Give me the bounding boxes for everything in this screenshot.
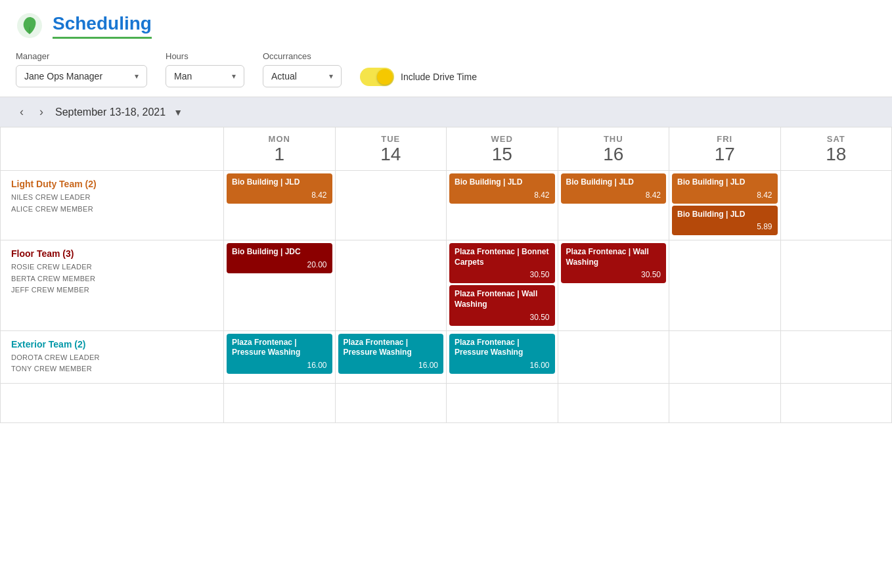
event-title: Plaza Frontenac | Pressure Washing xyxy=(455,338,550,358)
day-name-fri: FRI xyxy=(669,134,780,144)
floor-fri xyxy=(669,240,781,330)
calendar-header-tue: TUE 14 xyxy=(336,127,447,171)
empty-fri xyxy=(669,384,781,423)
day-name-mon: MON xyxy=(224,134,335,144)
hours-filter: Hours Man ▾ xyxy=(166,51,244,87)
light-duty-fri: Bio Building | JLD 8.42 Bio Building | J… xyxy=(669,171,781,240)
manager-value: Jane Ops Manager xyxy=(24,71,102,81)
event-card[interactable]: Plaza Frontenac | Wall Washing 30.50 xyxy=(561,243,667,283)
team-exterior: Exterior Team (2) DOROTA CREW LEADER TON… xyxy=(1,331,224,384)
date-range-chevron-icon[interactable]: ▼ xyxy=(173,107,183,118)
event-hours: 20.00 xyxy=(232,260,327,269)
occurrances-select[interactable]: Actual ▾ xyxy=(263,65,342,87)
manager-filter: Manager Jane Ops Manager ▾ xyxy=(16,51,147,87)
event-title: Bio Building | JDC xyxy=(232,247,327,258)
team-light-duty-name: Light Duty Team (2) xyxy=(11,179,213,189)
empty-team-cell xyxy=(1,384,224,423)
event-title: Plaza Frontenac | Bonnet Carpets xyxy=(455,247,550,267)
event-card[interactable]: Bio Building | JLD 8.42 xyxy=(561,173,667,204)
event-card[interactable]: Bio Building | JLD 5.89 xyxy=(672,206,778,236)
team-floor-member-2: BERTA CREW MEMBER xyxy=(11,273,213,285)
page-title: Scheduling xyxy=(53,13,152,39)
team-light-duty: Light Duty Team (2) NILES CREW LEADER AL… xyxy=(1,171,224,240)
team-floor-member-3: JEFF CREW MEMBER xyxy=(11,284,213,296)
team-floor-name: Floor Team (3) xyxy=(11,248,213,259)
event-title: Plaza Frontenac | Pressure Washing xyxy=(232,338,327,358)
occurrances-value: Actual xyxy=(271,71,297,81)
team-floor-member-1: ROSIE CREW LEADER xyxy=(11,261,213,273)
event-hours: 5.89 xyxy=(677,222,772,231)
event-hours: 16.00 xyxy=(232,361,327,370)
team-exterior-name: Exterior Team (2) xyxy=(11,339,213,350)
event-card[interactable]: Plaza Frontenac | Pressure Washing 16.00 xyxy=(227,334,332,374)
date-range-label: September 13-18, 2021 xyxy=(55,106,166,118)
event-title: Bio Building | JLD xyxy=(232,177,327,188)
event-title: Plaza Frontenac | Pressure Washing xyxy=(344,338,439,358)
floor-tue xyxy=(336,240,447,330)
light-duty-tue xyxy=(336,171,447,240)
event-hours: 8.42 xyxy=(677,191,772,200)
hours-select[interactable]: Man ▾ xyxy=(166,65,244,87)
floor-thu: Plaza Frontenac | Wall Washing 30.50 xyxy=(558,240,670,330)
event-hours: 16.00 xyxy=(455,361,550,370)
exterior-tue: Plaza Frontenac | Pressure Washing 16.00 xyxy=(336,331,447,384)
team-light-duty-member-2: ALICE CREW MEMBER xyxy=(11,204,213,215)
day-name-wed: WED xyxy=(447,134,558,144)
event-title: Bio Building | JLD xyxy=(566,177,661,188)
event-hours: 8.42 xyxy=(455,191,550,200)
occurrances-filter: Occurrances Actual ▾ xyxy=(263,51,342,87)
empty-tue xyxy=(336,384,447,423)
app-logo xyxy=(16,12,43,39)
team-exterior-member-1: DOROTA CREW LEADER xyxy=(11,352,213,364)
drive-time-label: Include Drive Time xyxy=(401,72,477,82)
prev-week-button[interactable]: ‹ xyxy=(16,104,28,120)
event-hours: 8.42 xyxy=(232,191,327,200)
occurrances-label: Occurrances xyxy=(263,51,342,61)
next-week-button[interactable]: › xyxy=(35,104,47,120)
event-card[interactable]: Plaza Frontenac | Wall Washing 30.50 xyxy=(449,285,555,325)
light-duty-wed: Bio Building | JLD 8.42 xyxy=(447,171,558,240)
light-duty-mon: Bio Building | JLD 8.42 xyxy=(224,171,336,240)
event-hours: 30.50 xyxy=(455,313,550,322)
day-name-sat: SAT xyxy=(781,134,892,144)
exterior-sat xyxy=(781,331,893,384)
empty-wed xyxy=(447,384,558,423)
exterior-fri xyxy=(669,331,781,384)
light-duty-thu: Bio Building | JLD 8.42 xyxy=(558,171,670,240)
event-hours: 16.00 xyxy=(344,361,439,370)
calendar-nav: ‹ › September 13-18, 2021 ▼ xyxy=(0,97,892,127)
manager-chevron-icon: ▾ xyxy=(135,72,139,81)
hours-label: Hours xyxy=(166,51,244,61)
light-duty-sat xyxy=(781,171,893,240)
filters-bar: Manager Jane Ops Manager ▾ Hours Man ▾ O… xyxy=(0,39,892,97)
team-floor: Floor Team (3) ROSIE CREW LEADER BERTA C… xyxy=(1,240,224,330)
floor-mon: Bio Building | JDC 20.00 xyxy=(224,240,336,330)
day-num-thu: 16 xyxy=(558,144,669,165)
event-hours: 8.42 xyxy=(566,191,661,200)
event-card[interactable]: Bio Building | JDC 20.00 xyxy=(227,243,332,273)
team-exterior-member-2: TONY CREW MEMBER xyxy=(11,363,213,375)
empty-sat xyxy=(781,384,893,423)
event-title: Bio Building | JLD xyxy=(677,177,772,188)
drive-time-toggle[interactable] xyxy=(360,68,394,86)
event-card[interactable]: Bio Building | JLD 8.42 xyxy=(449,173,555,204)
event-title: Bio Building | JLD xyxy=(455,177,550,188)
day-num-sat: 18 xyxy=(781,144,892,165)
hours-value: Man xyxy=(174,71,192,81)
hours-chevron-icon: ▾ xyxy=(232,72,236,81)
team-light-duty-member-1: NILES CREW LEADER xyxy=(11,192,213,204)
manager-select[interactable]: Jane Ops Manager ▾ xyxy=(16,65,147,87)
day-num-wed: 15 xyxy=(447,144,558,165)
calendar-header-mon: MON 1 xyxy=(224,127,336,171)
manager-label: Manager xyxy=(16,51,147,61)
event-card[interactable]: Plaza Frontenac | Pressure Washing 16.00 xyxy=(449,334,555,374)
event-card[interactable]: Bio Building | JLD 8.42 xyxy=(672,173,778,204)
event-title: Plaza Frontenac | Wall Washing xyxy=(566,247,661,267)
occurrances-chevron-icon: ▾ xyxy=(329,72,333,81)
event-card[interactable]: Plaza Frontenac | Bonnet Carpets 30.50 xyxy=(449,243,555,283)
event-card[interactable]: Bio Building | JLD 8.42 xyxy=(227,173,332,204)
calendar-header-wed: WED 15 xyxy=(447,127,558,171)
event-title: Plaza Frontenac | Wall Washing xyxy=(455,289,550,309)
event-card[interactable]: Plaza Frontenac | Pressure Washing 16.00 xyxy=(338,334,444,374)
day-name-tue: TUE xyxy=(336,134,447,144)
